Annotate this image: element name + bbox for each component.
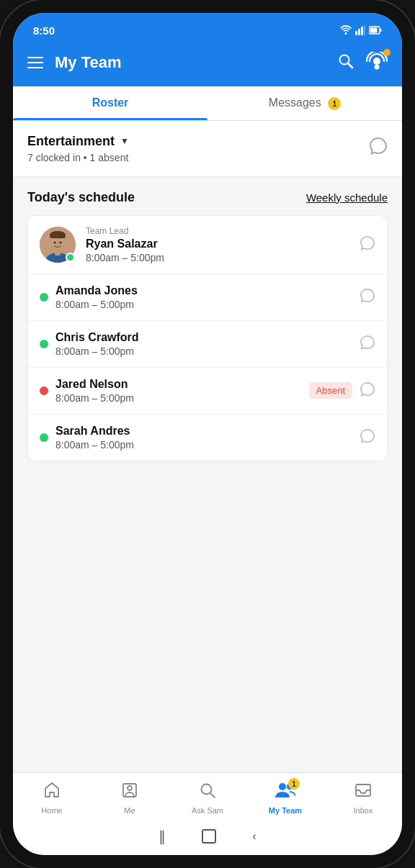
team-info-section: Entertainment ▼ 7 clocked in • 1 absent xyxy=(13,121,402,177)
network-icon xyxy=(340,25,352,35)
search-icon xyxy=(337,53,354,70)
card-time-sarah: 8:00am – 5:00pm xyxy=(55,439,360,451)
home-icon xyxy=(43,782,61,803)
chat-icon-chris xyxy=(360,335,375,351)
schedule-title: Today's schedule xyxy=(27,190,135,205)
my-team-icon: 1 xyxy=(275,782,295,803)
status-dot-amanda xyxy=(40,293,48,302)
android-nav-bar: ∥ ‹ xyxy=(13,820,402,855)
chat-icon-ryan xyxy=(360,235,375,251)
card-info-sarah: Sarah Andres 8:00am – 5:00pm xyxy=(55,425,360,451)
weekly-schedule-link[interactable]: Weekly schedule xyxy=(306,191,388,204)
absent-badge-jared: Absent xyxy=(309,382,352,399)
chat-icon xyxy=(369,137,388,155)
team-info-left: Entertainment ▼ 7 clocked in • 1 absent xyxy=(27,134,129,163)
team-dropdown-icon[interactable]: ▼ xyxy=(120,136,129,146)
card-name-amanda: Amanda Jones xyxy=(55,284,360,297)
card-info-amanda: Amanda Jones 8:00am – 5:00pm xyxy=(55,284,360,310)
svg-rect-1 xyxy=(355,31,357,35)
svg-rect-6 xyxy=(370,28,378,33)
phone-frame: 8:50 xyxy=(0,0,415,868)
svg-rect-18 xyxy=(50,234,66,238)
card-info-chris: Chris Crawford 8:00am – 5:00pm xyxy=(55,331,360,357)
svg-rect-7 xyxy=(380,29,382,32)
card-actions-sarah xyxy=(360,428,375,447)
schedule-section: Today's schedule Weekly schedule xyxy=(13,177,402,469)
team-chat-button[interactable] xyxy=(369,137,388,158)
nav-item-my-team[interactable]: 1 My Team xyxy=(246,779,324,818)
team-name-row: Entertainment ▼ xyxy=(27,134,129,149)
messages-badge: 1 xyxy=(328,97,341,110)
card-info-ryan: Team Lead Ryan Salazar 8:00am – 5:00pm xyxy=(86,226,360,263)
page-title: My Team xyxy=(55,53,326,72)
chat-icon-sarah xyxy=(360,428,375,444)
card-actions-amanda xyxy=(360,288,375,307)
card-time-chris: 8:00am – 5:00pm xyxy=(55,345,360,357)
avatar-container-ryan xyxy=(40,227,76,263)
svg-point-22 xyxy=(128,786,132,790)
card-actions-ryan xyxy=(360,235,375,254)
status-bar: 8:50 xyxy=(13,13,402,45)
signal-icon xyxy=(355,25,365,35)
schedule-card-amanda-jones: Amanda Jones 8:00am – 5:00pm xyxy=(28,274,387,321)
ask-sam-label: Ask Sam xyxy=(192,806,223,815)
header-actions xyxy=(337,52,388,73)
nav-item-home[interactable]: Home xyxy=(13,779,91,818)
card-actions-jared: Absent xyxy=(309,381,375,400)
status-dot-chris xyxy=(40,340,48,348)
battery-icon xyxy=(369,26,382,35)
card-actions-chris xyxy=(360,335,375,353)
tab-roster[interactable]: Roster xyxy=(13,86,208,120)
android-back-icon[interactable]: ∥ xyxy=(159,828,166,845)
chat-button-sarah[interactable] xyxy=(360,428,375,447)
chat-button-chris[interactable] xyxy=(360,335,375,353)
me-icon xyxy=(121,782,138,803)
tab-bar: Roster Messages 1 xyxy=(13,86,402,121)
chat-icon-jared xyxy=(360,381,375,397)
schedule-card-ryan-salazar: Team Lead Ryan Salazar 8:00am – 5:00pm xyxy=(28,216,387,274)
nav-item-ask-sam[interactable]: Ask Sam xyxy=(169,779,246,818)
card-time-ryan: 8:00am – 5:00pm xyxy=(86,252,360,263)
schedule-cards: Team Lead Ryan Salazar 8:00am – 5:00pm xyxy=(27,215,388,461)
chat-button-jared[interactable] xyxy=(360,381,375,400)
status-dot-sarah xyxy=(40,433,48,442)
nav-item-me[interactable]: Me xyxy=(91,779,169,818)
svg-rect-3 xyxy=(361,27,363,35)
status-icons xyxy=(340,25,382,35)
tab-messages[interactable]: Messages 1 xyxy=(208,86,402,120)
my-team-label: My Team xyxy=(269,806,302,815)
svg-line-24 xyxy=(210,793,215,797)
header: My Team xyxy=(13,45,402,86)
team-name: Entertainment xyxy=(27,134,115,149)
svg-point-11 xyxy=(375,65,380,70)
chat-button-ryan[interactable] xyxy=(360,235,375,254)
schedule-header: Today's schedule Weekly schedule xyxy=(27,190,388,205)
team-stats: 7 clocked in • 1 absent xyxy=(27,152,129,163)
nav-item-inbox[interactable]: Inbox xyxy=(324,779,402,818)
svg-line-9 xyxy=(348,63,352,68)
bottom-nav: Home Me xyxy=(13,772,402,820)
svg-point-20 xyxy=(60,241,62,243)
android-home-icon[interactable] xyxy=(202,829,216,844)
card-name-ryan: Ryan Salazar xyxy=(86,238,360,250)
chat-icon-amanda xyxy=(360,288,375,304)
status-time: 8:50 xyxy=(33,24,55,37)
status-dot-ryan xyxy=(66,253,75,262)
ask-sam-icon xyxy=(199,782,216,803)
card-name-chris: Chris Crawford xyxy=(55,331,360,344)
phone-screen: 8:50 xyxy=(13,13,402,855)
broadcast-button[interactable] xyxy=(366,52,388,73)
android-recents-icon[interactable]: ‹ xyxy=(252,830,256,843)
menu-button[interactable] xyxy=(27,57,43,68)
home-label: Home xyxy=(41,806,62,815)
svg-point-19 xyxy=(54,241,56,243)
svg-point-0 xyxy=(345,32,347,35)
status-dot-jared xyxy=(40,386,48,395)
my-team-nav-badge: 1 xyxy=(288,778,300,790)
search-button[interactable] xyxy=(337,53,354,73)
card-time-amanda: 8:00am – 5:00pm xyxy=(55,299,360,310)
card-role-ryan: Team Lead xyxy=(86,226,360,236)
chat-button-amanda[interactable] xyxy=(360,288,375,307)
card-time-jared: 8:00am – 5:00pm xyxy=(55,392,309,404)
inbox-icon xyxy=(354,782,372,803)
